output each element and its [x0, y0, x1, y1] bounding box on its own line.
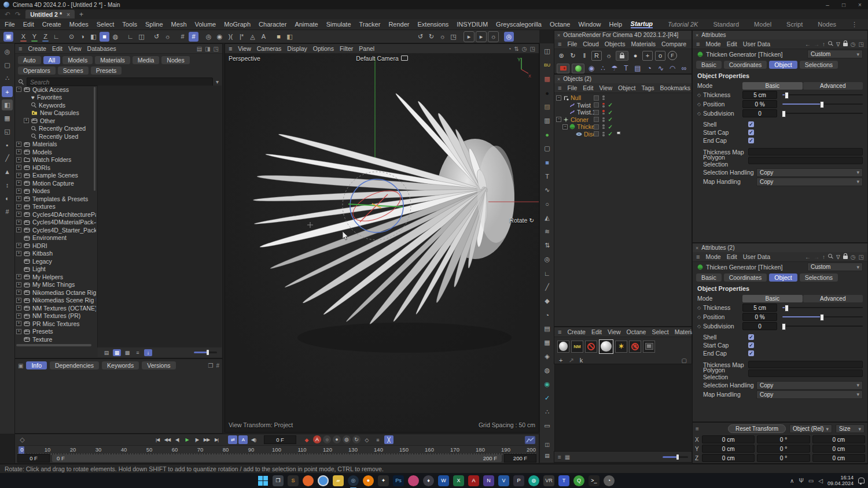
checkbox-end-cap[interactable]: ✓ — [748, 350, 754, 356]
undo-view[interactable]: ↺ — [415, 32, 425, 42]
material-options-icon[interactable]: ▢ — [682, 357, 687, 364]
property-slider-position[interactable] — [782, 313, 863, 320]
spline-icon[interactable]: ∿ — [542, 184, 553, 195]
reset-transform-button[interactable]: Reset Transform — [728, 424, 786, 433]
notification-bell-icon[interactable] — [858, 478, 865, 483]
coord-size-x[interactable]: 0 cm — [812, 435, 865, 443]
filter-attr-icon[interactable]: ∇ — [836, 254, 840, 260]
live-viewer-ball-icon[interactable] — [572, 64, 584, 73]
asset-tree-item-new-capsules[interactable]: New Capsules — [15, 109, 96, 117]
model-mode[interactable]: ■ — [100, 32, 109, 42]
asset-tree-item-cycles4dmaterialpack-4k[interactable]: +Cycles4DMaterialPack-4K — [15, 219, 96, 227]
daylight-icon[interactable]: ◉ — [587, 64, 596, 73]
main-menu-file[interactable]: File — [5, 21, 15, 28]
snap-toggle[interactable]: # — [178, 32, 187, 42]
info-tab-versions[interactable]: Versions — [142, 361, 175, 369]
coord-size-y[interactable]: 0 cm — [812, 445, 865, 453]
layer-toggle-icon[interactable] — [594, 117, 599, 122]
materials-menu-view[interactable]: View — [608, 328, 621, 335]
undo-icon[interactable]: ↶ — [5, 10, 10, 19]
layer-list-icon[interactable]: ≡ — [558, 454, 561, 460]
render-target-camera-icon[interactable] — [557, 64, 569, 73]
octane-ball-icon[interactable]: ⊛ — [557, 51, 566, 60]
camera-tag-icon[interactable]: ▤ — [633, 64, 642, 73]
asset-menu-edit[interactable]: Edit — [52, 45, 62, 52]
viewport-menu-view[interactable]: View — [238, 45, 251, 52]
polygons-icon[interactable]: ▲ — [2, 166, 13, 177]
asset-tree-item-recently-used[interactable]: Recently Used — [15, 132, 96, 141]
property-value-thickness[interactable]: 5 cm — [742, 304, 777, 312]
main-menu-simulate[interactable]: Simulate — [326, 21, 351, 28]
blue-cube-icon[interactable]: ■ — [542, 157, 553, 168]
close-panel-icon[interactable]: × — [696, 32, 698, 38]
next-frame-button[interactable]: |▶ — [192, 435, 201, 444]
dark-sphere-icon[interactable]: ● — [542, 87, 553, 98]
app-n[interactable]: N — [483, 475, 494, 486]
word[interactable]: W — [438, 475, 449, 486]
enabled-check-icon[interactable]: ✓ — [608, 109, 613, 116]
viewport-menu-display[interactable]: Display — [287, 45, 307, 52]
main-menu-edit[interactable]: Edit — [23, 21, 34, 28]
new-tab-button[interactable]: + — [79, 10, 83, 19]
property-slider-subdivision[interactable] — [782, 323, 863, 330]
asset-menu-create[interactable]: Create — [28, 45, 46, 52]
vr-app[interactable]: VR — [543, 475, 554, 486]
workplane[interactable]: ∟ — [126, 32, 135, 42]
enabled-check-icon[interactable]: ✓ — [608, 116, 613, 123]
viewport-solo[interactable]: ◬ — [248, 32, 258, 42]
attr-tab-object[interactable]: Object — [769, 273, 797, 282]
asset-tree-item-templates-presets[interactable]: +Templates & Presets — [15, 195, 96, 203]
axis-modify[interactable]: |* — [237, 32, 247, 42]
attr-menu-user-data[interactable]: User Data — [743, 253, 770, 260]
layer-grid-icon[interactable]: ▦ — [565, 454, 570, 460]
checkbox-shell[interactable]: ✓ — [748, 121, 754, 127]
quantize-toggle[interactable]: # — [189, 32, 198, 42]
record-keyframe-button[interactable]: ◆ — [302, 435, 311, 444]
layout-a-icon[interactable]: ◫ — [542, 439, 553, 450]
asset-tab-scenes[interactable]: Scenes — [58, 66, 89, 75]
close-panel-icon[interactable]: × — [696, 245, 698, 251]
move-tool[interactable]: ▣ — [3, 32, 13, 42]
lock-attr-icon[interactable] — [843, 253, 848, 260]
object-item-twist[interactable]: Twist✓ — [554, 102, 692, 109]
coord-position-x[interactable]: 0 cm — [702, 435, 755, 443]
material-octane-blocked[interactable]: ✶ — [629, 341, 641, 353]
asset-tree-item-materials[interactable]: +Materials — [15, 141, 96, 149]
filter-attr-icon[interactable]: ∇ — [836, 41, 840, 47]
main-menu-octane[interactable]: Octane — [550, 21, 570, 28]
attr-menu-mode[interactable]: Mode — [705, 40, 720, 47]
main-menu-render[interactable]: Render — [388, 21, 409, 28]
search-attr-icon[interactable] — [828, 41, 833, 47]
mode-button-advanced[interactable]: Advanced — [803, 82, 863, 90]
attr-tab-basic[interactable]: Basic — [696, 61, 722, 69]
asset-content-area[interactable] — [98, 86, 222, 347]
range-end-field[interactable]: 200 F — [504, 454, 536, 463]
fcurve-icon[interactable] — [525, 436, 535, 444]
property-value-subdivision[interactable]: 0 — [742, 322, 777, 330]
asset-tree-item-recently-created[interactable]: Recently Created — [15, 125, 96, 133]
lock-x-axis[interactable]: X — [19, 32, 28, 42]
model-mode-icon[interactable]: ◧ — [2, 99, 13, 110]
preset-dropdown[interactable]: Custom▾ — [807, 263, 863, 271]
view-settings[interactable]: ☼ — [437, 32, 447, 42]
checkbox-start-cap[interactable]: ✓ — [748, 342, 754, 348]
checkbox-shell[interactable]: ✓ — [748, 334, 754, 340]
enabled-check-icon[interactable]: ✓ — [608, 124, 613, 130]
property-value-position[interactable]: 0 % — [742, 313, 777, 321]
info-tab-keywords[interactable]: Keywords — [102, 361, 139, 369]
visibility-dots-icon[interactable] — [602, 95, 605, 100]
main-menu-help[interactable]: Help — [609, 21, 623, 28]
objects-menu-bookmarks[interactable]: Bookmarks — [660, 84, 691, 91]
coords-size-dropdown[interactable]: Size▾ — [836, 424, 865, 433]
node-network-icon[interactable]: ∞ — [679, 64, 689, 73]
asset-tree-item-nikomedias-scene-rig-ultimate[interactable]: +Nikomedias Scene Rig Ultimate — [15, 297, 96, 305]
viewport-camera-label[interactable]: Default Camera — [225, 55, 539, 62]
close-button[interactable]: × — [852, 2, 868, 8]
asset-tree-item-presets[interactable]: +Presets — [15, 328, 96, 336]
next-key-button[interactable]: ▶▶ — [202, 435, 211, 444]
bu-badge-icon[interactable]: BU — [542, 60, 553, 71]
object-item-thicken[interactable]: −Thicken✓ — [554, 123, 692, 131]
axis-swap-icon[interactable]: ⇅ — [542, 240, 553, 251]
magnet-icon[interactable]: ◎ — [542, 254, 553, 265]
field-polygon-selection[interactable] — [748, 157, 863, 164]
